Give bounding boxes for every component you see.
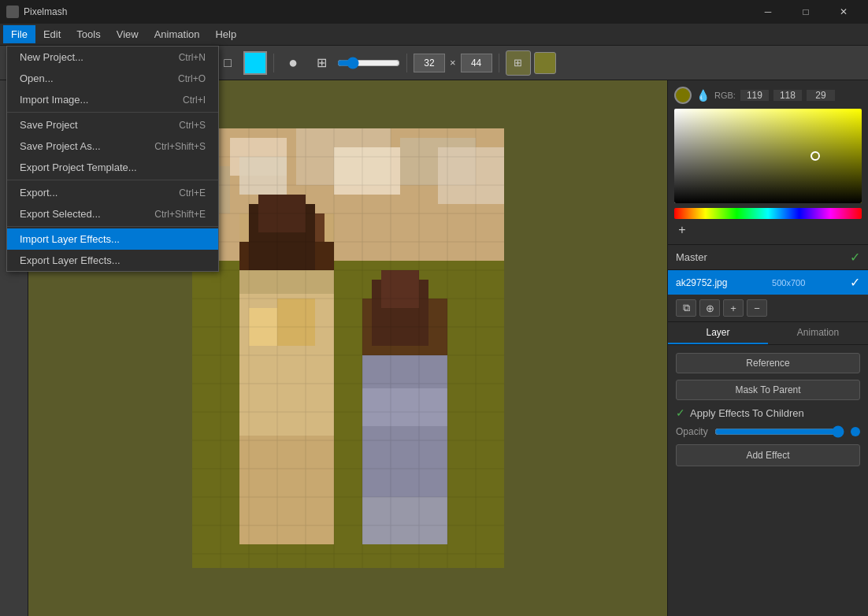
dropdown-export-layer-effects[interactable]: Export Layer Effects... [7,250,218,271]
layer-copy-button[interactable]: ⧉ [676,299,696,317]
dropdown-import-image[interactable]: Import Image... Ctrl+I [7,89,218,110]
new-project-shortcut: Ctrl+N [179,52,206,63]
circle-color[interactable]: ● [280,50,306,76]
layer-delete-button[interactable]: − [747,299,767,317]
svg-rect-6 [239,157,287,195]
layer-row[interactable]: ak29752.jpg 500x700 ✓ [668,270,868,295]
svg-rect-14 [239,270,334,436]
dropdown-export-template[interactable]: Export Project Template... [7,157,218,178]
svg-rect-8 [438,147,504,204]
color-swatch-btn[interactable] [534,52,556,74]
blue-input[interactable]: 29 [807,90,835,101]
menu-tools[interactable]: Tools [69,25,108,43]
dropdown-import-layer-effects[interactable]: Import Layer Effects... [7,228,218,250]
layers-section: Master ✓ ak29752.jpg 500x700 ✓ ⧉ ⊕ + − L… [668,244,868,616]
dropdown-export-selected[interactable]: Export Selected... Ctrl+Shift+E [7,203,218,225]
color-row: 💧 RGB: 119 118 29 [674,87,862,104]
save-project-as-label: Save Project As... [20,140,101,152]
svg-rect-23 [362,388,447,426]
reference-button[interactable]: Reference [676,353,860,373]
tool-separator-4 [499,54,499,72]
dropdown-open[interactable]: Open... Ctrl+O [7,68,218,89]
tab-animation[interactable]: Animation [768,322,868,344]
tool-separator-2 [273,54,274,72]
app-icon [6,6,19,18]
dropdown-new-project[interactable]: New Project... Ctrl+N [7,46,218,68]
layer-add2-button[interactable]: + [723,299,744,317]
master-check-icon: ✓ [850,250,860,265]
current-color-swatch[interactable] [674,87,692,104]
opacity-slider[interactable] [714,425,844,438]
hue-bar[interactable] [674,208,862,219]
import-image-label: Import Image... [20,94,88,106]
export-shortcut: Ctrl+E [179,187,206,199]
titlebar-controls: ─ □ ✕ [750,0,862,24]
apply-effects-row: ✓ Apply Effects To Children [676,406,860,419]
width-input[interactable]: 32 [414,54,445,72]
save-project-shortcut: Ctrl+S [179,120,206,131]
layer-size: 500x700 [772,278,805,288]
import-layer-effects-label: Import Layer Effects... [20,233,120,245]
menu-animation[interactable]: Animation [147,25,208,43]
menu-help[interactable]: Help [207,25,244,43]
export-label: Export... [20,187,57,199]
green-input[interactable]: 118 [773,90,802,101]
app-title: Pixelmash [24,6,67,17]
menu-view[interactable]: View [109,25,147,43]
menubar: File Edit Tools View Animation Help [0,24,868,46]
mask-to-parent-button[interactable]: Mask To Parent [676,380,860,400]
separator-3 [7,226,218,227]
apply-effects-check-icon: ✓ [676,406,685,419]
eyedropper-button[interactable]: 💧 [696,89,710,102]
brush-size-slider[interactable] [337,57,400,69]
close-button[interactable]: ✕ [825,0,862,24]
export-template-label: Export Project Template... [20,161,137,173]
color-section: 💧 RGB: 119 118 29 + [668,80,868,244]
dropdown-export[interactable]: Export... Ctrl+E [7,182,218,203]
layer-actions: ⧉ ⊕ + − [668,295,868,322]
minimize-button[interactable]: ─ [750,0,786,24]
layer-tabs: Layer Animation [668,322,868,345]
menu-edit[interactable]: Edit [35,25,69,43]
add-effect-button[interactable]: Add Effect [676,444,860,466]
export-layer-effects-label: Export Layer Effects... [20,254,121,266]
opacity-indicator [851,427,860,436]
dropdown-save-project-as[interactable]: Save Project As... Ctrl+Shift+S [7,135,218,157]
color-gradient-picker[interactable] [674,109,862,203]
save-project-as-shortcut: Ctrl+Shift+S [154,141,206,152]
svg-rect-21 [381,270,419,308]
tab-layer[interactable]: Layer [668,322,768,344]
import-image-shortcut: Ctrl+I [183,95,206,106]
maximize-button[interactable]: □ [788,0,824,24]
separator-1 [7,112,218,113]
opacity-row: Opacity [676,425,860,438]
separator-2 [7,180,218,180]
master-label: Master [676,251,707,263]
foreground-color[interactable] [243,51,267,75]
svg-rect-7 [334,147,400,195]
layer-add-button[interactable]: ⊕ [699,299,720,317]
export-selected-label: Export Selected... [20,208,101,220]
export-selected-shortcut: Ctrl+Shift+E [154,209,206,220]
titlebar: Pixelmash ─ □ ✕ [0,0,868,24]
height-input[interactable]: 44 [461,54,492,72]
layer-props: Reference Mask To Parent ✓ Apply Effects… [668,345,868,474]
titlebar-left: Pixelmash [6,6,67,18]
menu-file[interactable]: File [3,25,35,43]
gradient-cursor [811,151,820,161]
layer-name: ak29752.jpg [676,277,727,288]
red-input[interactable]: 119 [740,90,769,101]
file-dropdown-menu: New Project... Ctrl+N Open... Ctrl+O Imp… [6,46,219,272]
save-project-label: Save Project [20,119,78,131]
rgb-label: RGB: [714,91,736,100]
add-color-button[interactable]: + [674,222,690,238]
grid-view-btn[interactable]: ⊞ [506,50,531,76]
dropdown-save-project[interactable]: Save Project Ctrl+S [7,114,218,135]
right-panel: 💧 RGB: 119 118 29 + Master ✓ ak29752.jpg… [667,80,868,616]
apply-effects-label: Apply Effects To Children [690,407,804,419]
size-separator: × [450,57,456,69]
open-shortcut: Ctrl+O [178,73,206,84]
svg-rect-17 [277,299,315,346]
master-row: Master ✓ [668,245,868,270]
pattern-tool[interactable]: ⊞ [309,50,334,76]
